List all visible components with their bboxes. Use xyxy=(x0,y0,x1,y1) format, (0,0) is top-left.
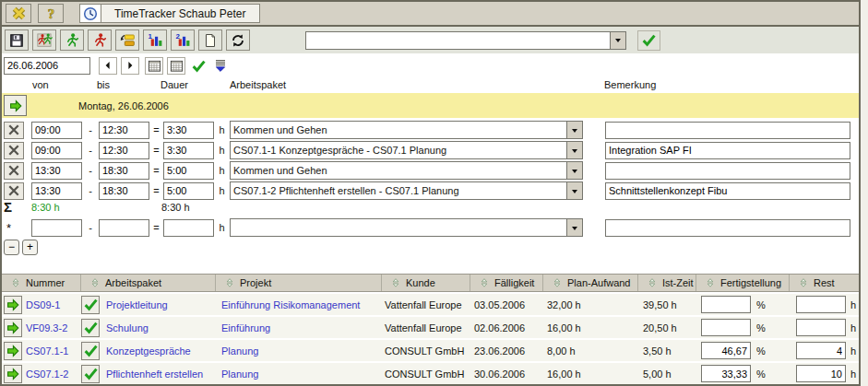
stop-runner-button[interactable] xyxy=(88,29,112,51)
header-kunde[interactable]: Kunde xyxy=(382,275,470,291)
save-button[interactable] xyxy=(5,29,29,51)
hours-unit: h xyxy=(214,124,230,135)
sum-row: Σ 8:30 h 8:30 h xyxy=(2,201,859,216)
confirm-date-button[interactable] xyxy=(189,57,208,75)
von-input[interactable] xyxy=(31,162,82,180)
sort-icon[interactable] xyxy=(479,277,490,288)
report-1-button[interactable]: 1 xyxy=(143,29,167,51)
goto-task-button[interactable] xyxy=(4,319,22,337)
task-done-button[interactable] xyxy=(81,365,100,383)
bis-input[interactable] xyxy=(99,162,149,180)
calendar-button[interactable] xyxy=(145,57,163,75)
bemerkung-input[interactable] xyxy=(605,162,850,180)
sort-icon[interactable] xyxy=(10,277,21,288)
task-done-button[interactable] xyxy=(81,342,100,360)
chevron-down-icon[interactable] xyxy=(566,122,582,138)
goto-day-button[interactable] xyxy=(4,95,27,116)
header-faelligkeit[interactable]: Fälligkeit xyxy=(470,275,543,291)
calendar-small-button[interactable] xyxy=(167,57,185,75)
chevron-down-icon[interactable] xyxy=(566,162,582,179)
sort-icon[interactable] xyxy=(89,277,101,288)
fertigstellung-input[interactable] xyxy=(701,342,751,359)
sort-icon[interactable] xyxy=(390,277,401,288)
arbeitspaket-combo[interactable]: CS07.1-2 Pflichtenheft erstellen - CS07.… xyxy=(230,181,583,200)
chevron-down-icon[interactable] xyxy=(610,32,625,49)
new-bemerkung-input[interactable] xyxy=(605,219,850,237)
table-row: CS07.1-1KonzeptgesprächePlanungCONSULT G… xyxy=(2,340,859,361)
task-done-button[interactable] xyxy=(81,319,100,337)
report-2-button[interactable]: 2 xyxy=(171,29,195,51)
dauer-input[interactable] xyxy=(163,122,214,139)
new-von-input[interactable] xyxy=(31,219,82,237)
add-row-button[interactable]: + xyxy=(22,240,38,255)
dauer-input[interactable] xyxy=(163,182,214,200)
header-rest[interactable]: Rest xyxy=(790,275,861,291)
goto-task-button[interactable] xyxy=(4,365,22,383)
delete-entry-button[interactable] xyxy=(4,182,24,200)
fertigstellung-input[interactable] xyxy=(701,365,751,382)
von-input[interactable] xyxy=(31,122,82,139)
new-bis-input[interactable] xyxy=(99,219,149,237)
percent-unit: % xyxy=(756,299,766,310)
rest-cell: h xyxy=(790,342,861,359)
header-ist-zeit[interactable]: Ist-Zeit xyxy=(638,275,696,291)
rest-input[interactable] xyxy=(796,296,846,313)
goto-task-button[interactable] xyxy=(4,296,22,314)
von-input[interactable] xyxy=(31,142,82,159)
sort-icon[interactable] xyxy=(705,277,716,288)
delete-entry-button[interactable] xyxy=(4,122,24,139)
bemerkung-input[interactable] xyxy=(605,122,850,139)
sort-icon[interactable] xyxy=(798,277,809,288)
fertigstellung-input[interactable] xyxy=(701,296,751,313)
switch-task-button[interactable] xyxy=(115,29,139,51)
header-arbeitspaket[interactable]: Arbeitspaket xyxy=(81,275,216,291)
fertigstellung-input[interactable] xyxy=(701,319,751,336)
close-button[interactable] xyxy=(6,4,31,23)
previous-day-button[interactable] xyxy=(99,57,117,75)
bis-input[interactable] xyxy=(99,182,149,200)
fertigstellung-cell: % xyxy=(696,319,790,336)
date-input[interactable] xyxy=(4,57,90,75)
start-runner-button[interactable] xyxy=(60,29,84,51)
equals-separator: = xyxy=(149,165,163,176)
header-nummer[interactable]: Nummer xyxy=(2,275,81,291)
header-projekt[interactable]: Projekt xyxy=(216,275,382,291)
task-done-button[interactable] xyxy=(81,296,100,314)
chevron-down-icon[interactable] xyxy=(566,219,582,236)
chevron-down-icon[interactable] xyxy=(566,142,582,158)
rest-input[interactable] xyxy=(796,342,846,359)
refresh-button[interactable] xyxy=(226,29,250,51)
dauer-input[interactable] xyxy=(163,162,214,180)
remove-row-button[interactable]: − xyxy=(4,240,19,255)
chevron-down-icon[interactable] xyxy=(566,182,582,199)
bemerkung-input[interactable] xyxy=(605,142,850,159)
delete-entry-button[interactable] xyxy=(4,142,24,159)
dauer-input[interactable] xyxy=(163,142,214,159)
start-stop-button[interactable] xyxy=(32,29,56,51)
bemerkung-input[interactable] xyxy=(605,182,850,200)
header-plan-aufwand[interactable]: Plan-Aufwand xyxy=(543,275,638,291)
collapse-day-button[interactable] xyxy=(211,57,230,75)
confirm-task-button[interactable] xyxy=(637,30,660,51)
goto-task-button[interactable] xyxy=(4,342,22,360)
header-fertigstellung[interactable]: Fertigstellung xyxy=(696,275,790,291)
arbeitspaket-combo[interactable]: CS07.1-1 Konzeptgespräche - CS07.1 Planu… xyxy=(230,141,583,159)
new-dauer-input[interactable] xyxy=(163,219,214,237)
arbeitspaket-combo[interactable]: Kommen und Gehen xyxy=(230,121,583,139)
sort-icon[interactable] xyxy=(552,277,563,288)
delete-entry-button[interactable] xyxy=(4,162,24,180)
sort-icon[interactable] xyxy=(647,277,658,288)
von-input[interactable] xyxy=(31,182,82,200)
sort-icon[interactable] xyxy=(224,277,235,288)
next-day-button[interactable] xyxy=(121,57,139,75)
help-button[interactable]: ? xyxy=(38,4,64,23)
bis-input[interactable] xyxy=(99,142,149,159)
new-document-button[interactable] xyxy=(198,29,222,51)
arbeitspaket-combo[interactable]: Kommen und Gehen xyxy=(230,161,583,180)
green-arrow-right-icon xyxy=(8,99,23,113)
task-select-combo[interactable] xyxy=(305,31,626,50)
new-arbeitspaket-combo[interactable] xyxy=(230,218,583,237)
bis-input[interactable] xyxy=(99,122,149,139)
rest-input[interactable] xyxy=(796,365,846,382)
rest-input[interactable] xyxy=(796,319,846,336)
